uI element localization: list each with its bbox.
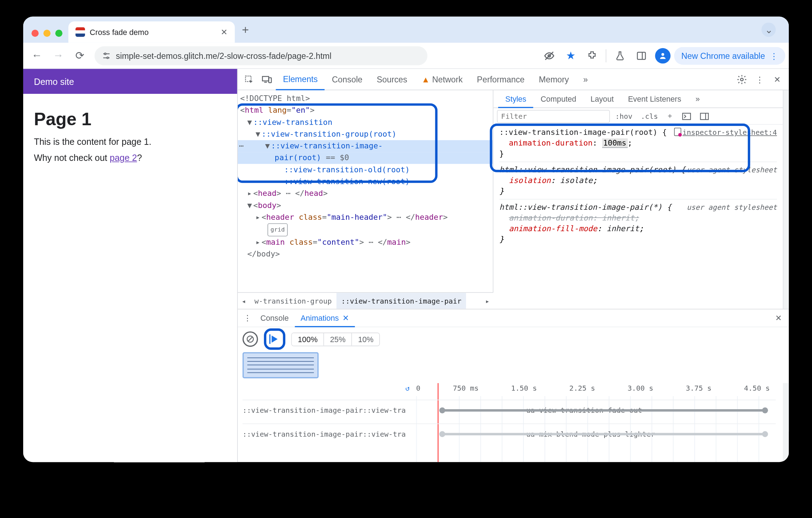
close-window-icon[interactable] xyxy=(31,30,39,37)
bookmark-icon[interactable]: ★ xyxy=(561,45,581,66)
grid-badge[interactable]: grid xyxy=(267,223,288,237)
tree-vt-old[interactable]: ::view-transition-old(root) xyxy=(284,165,410,174)
new-rule-icon[interactable]: ＋ xyxy=(663,111,677,121)
animation-timeline[interactable]: ↺ 0 750 ms 1.50 s 2.25 s 3.00 s 3.75 s 4… xyxy=(238,383,783,462)
window-dropdown[interactable]: ⌄ xyxy=(761,22,784,43)
css-rules[interactable]: inspector-stylesheet:4 ::view-transition… xyxy=(493,125,783,252)
maximize-window-icon[interactable] xyxy=(55,30,62,37)
cls-toggle[interactable]: .cls xyxy=(638,112,661,120)
forward-button[interactable]: → xyxy=(48,45,69,66)
crumb-right-icon[interactable]: ▸ xyxy=(481,297,493,305)
browser-toolbar: ← → ⟳ simple-set-demos.glitch.me/2-slow-… xyxy=(23,43,789,69)
computed-panel-icon[interactable] xyxy=(679,112,694,120)
close-drawer-icon[interactable]: ✕ xyxy=(775,314,787,323)
labs-icon[interactable] xyxy=(610,45,630,66)
svg-rect-14 xyxy=(682,113,690,120)
devtools: Elements Console Sources ▲Network Perfor… xyxy=(237,69,789,462)
extensions-icon[interactable] xyxy=(582,45,602,66)
kebab-icon[interactable]: ⋮ xyxy=(751,75,769,84)
update-chip-label: New Chrome available xyxy=(681,51,765,60)
browser-tab[interactable]: Cross fade demo ✕ xyxy=(68,21,235,43)
site-settings-icon[interactable] xyxy=(102,51,111,60)
close-tab-icon[interactable]: ✕ xyxy=(342,313,349,322)
speed-25[interactable]: 25% xyxy=(324,333,352,345)
tab-elements[interactable]: Elements xyxy=(276,69,325,90)
tab-strip: Cross fade demo ✕ + ⌄ xyxy=(23,17,789,43)
scrollbar[interactable] xyxy=(783,90,789,309)
styles-filter-input[interactable] xyxy=(497,110,610,123)
tree-vt-group[interactable]: ::view-transition-group(root) xyxy=(261,130,396,138)
styles-tabs-overflow[interactable]: » xyxy=(688,90,707,107)
window-controls xyxy=(28,30,68,43)
animation-group-thumb[interactable] xyxy=(242,352,319,378)
profile-avatar[interactable] xyxy=(653,45,673,66)
tab-performance[interactable]: Performance xyxy=(470,69,532,90)
rendered-page: Demo site Page 1 This is the content for… xyxy=(23,69,237,462)
drawer-tab-animations[interactable]: Animations✕ xyxy=(295,310,355,327)
drawer-tabbar: ⋮ Console Animations✕ ✕ xyxy=(238,309,789,327)
editable-value[interactable]: 100ms xyxy=(602,138,628,148)
tree-view-transition[interactable]: ::view-transition xyxy=(253,118,332,127)
tab-console[interactable]: Console xyxy=(325,69,370,90)
styles-panel: Styles Computed Layout Event Listeners »… xyxy=(493,90,783,309)
replay-icon[interactable]: ↺ xyxy=(405,384,410,392)
toggle-sidebar-icon[interactable] xyxy=(697,112,712,120)
doctype-line: <!DOCTYPE html> xyxy=(240,94,310,103)
tree-selected-node[interactable]: ▼::view-transition-image- xyxy=(238,140,493,152)
new-tab-button[interactable]: + xyxy=(235,23,256,43)
clear-icon[interactable] xyxy=(242,331,258,347)
scrollbar[interactable] xyxy=(783,383,789,462)
animation-bar[interactable] xyxy=(442,409,765,411)
update-chip[interactable]: New Chrome available ⋮ xyxy=(674,47,785,65)
tab-event-listeners[interactable]: Event Listeners xyxy=(621,90,688,107)
tabs-overflow[interactable]: » xyxy=(576,69,595,90)
eye-off-icon[interactable] xyxy=(539,45,560,66)
tab-computed[interactable]: Computed xyxy=(533,90,583,107)
inspect-icon[interactable] xyxy=(240,69,258,90)
play-pause-button[interactable] xyxy=(264,329,285,350)
tab-styles[interactable]: Styles xyxy=(498,91,533,108)
tab-sources[interactable]: Sources xyxy=(370,69,414,90)
minimize-window-icon[interactable] xyxy=(44,30,51,37)
hov-toggle[interactable]: :hov xyxy=(612,112,636,120)
source-link[interactable]: inspector-stylesheet:4 xyxy=(674,127,777,138)
address-bar[interactable]: simple-set-demos.glitch.me/2-slow-cross-… xyxy=(95,46,427,65)
devtools-drawer: ⋮ Console Animations✕ ✕ 100% 25% 10% xyxy=(238,309,789,462)
crumb-current[interactable]: ::view-transition-image-pair xyxy=(336,293,466,309)
close-devtools-icon[interactable]: ✕ xyxy=(768,75,786,84)
timeline-row[interactable]: ::view-transition-image-pair::view-tra -… xyxy=(242,423,776,444)
rule-block[interactable]: user agent stylesheet html::view-transit… xyxy=(499,164,777,199)
speed-100[interactable]: 100% xyxy=(292,333,324,345)
elements-tree[interactable]: <!DOCTYPE html> <html lang="en"> ▼::view… xyxy=(238,90,493,292)
drawer-kebab-icon[interactable]: ⋮ xyxy=(240,314,255,323)
breadcrumb: ◂ w-transition-group ::view-transition-i… xyxy=(238,292,493,309)
back-button[interactable]: ← xyxy=(27,45,47,66)
playhead[interactable] xyxy=(437,383,438,462)
crumb-left-icon[interactable]: ◂ xyxy=(238,297,250,305)
tab-network[interactable]: ▲Network xyxy=(414,69,470,90)
kebab-icon: ⋮ xyxy=(770,51,778,60)
tree-vt-new[interactable]: ::view-transition-new(root) xyxy=(284,177,410,186)
source-link: user agent stylesheet xyxy=(687,202,777,213)
device-toggle-icon[interactable] xyxy=(258,69,276,90)
side-panel-icon[interactable] xyxy=(631,45,652,66)
tab-memory[interactable]: Memory xyxy=(532,69,576,90)
favicon-icon xyxy=(75,27,85,37)
gear-icon[interactable] xyxy=(733,74,751,85)
drawer-tab-console[interactable]: Console xyxy=(254,309,295,326)
rule-block[interactable]: inspector-stylesheet:4 ::view-transition… xyxy=(499,127,777,162)
svg-point-13 xyxy=(741,78,743,80)
crumb-prev[interactable]: w-transition-group xyxy=(250,293,336,309)
svg-line-18 xyxy=(248,337,252,341)
ellipsis-icon[interactable]: ⋯ xyxy=(239,140,244,152)
close-tab-icon[interactable]: ✕ xyxy=(221,27,228,37)
timeline-row[interactable]: ::view-transition-image-pair::view-tra -… xyxy=(242,400,776,420)
speed-10[interactable]: 10% xyxy=(352,333,380,345)
browser-window: Cross fade demo ✕ + ⌄ ← → ⟳ simple-set-d… xyxy=(23,17,789,462)
rule-block[interactable]: user agent stylesheet html::view-transit… xyxy=(499,202,777,247)
reload-button[interactable]: ⟳ xyxy=(70,45,90,66)
page-link[interactable]: page 2 xyxy=(110,153,137,163)
animation-bar[interactable] xyxy=(442,433,765,435)
tab-layout[interactable]: Layout xyxy=(583,90,621,107)
site-header: Demo site xyxy=(23,69,237,94)
